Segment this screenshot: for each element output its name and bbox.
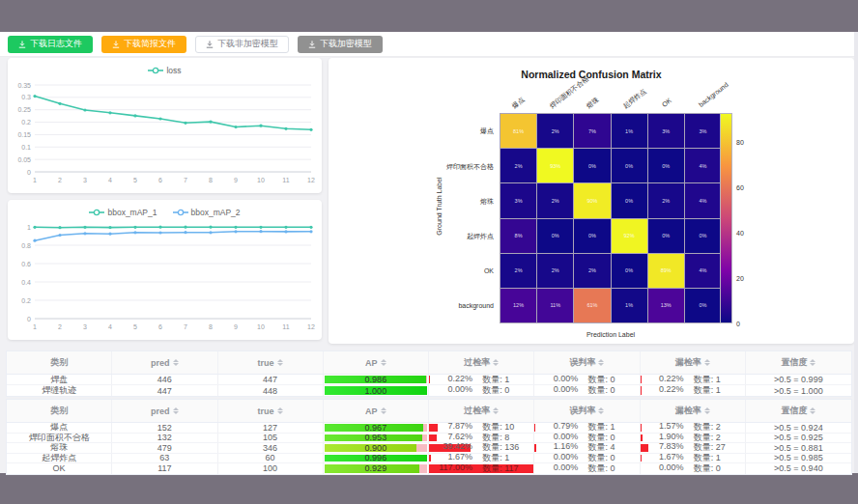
scrollbar[interactable] bbox=[854, 32, 858, 473]
column-header-7[interactable]: 置信度 bbox=[746, 400, 851, 422]
svg-text:6: 6 bbox=[158, 177, 162, 183]
matrix-col-label: background bbox=[698, 81, 729, 108]
map-line-chart: 00.20.40.60.81123456789101112 bbox=[10, 221, 320, 334]
download-report-file-button[interactable]: 下载简报文件 bbox=[101, 36, 186, 53]
table-row[interactable]: 焊印面积不合格1321050.9537.62%数量: 80.00%数量: 01.… bbox=[7, 434, 851, 444]
cell-ap: 0.900 bbox=[324, 443, 429, 453]
sort-icon[interactable] bbox=[381, 407, 386, 415]
matrix-cell: 2% bbox=[500, 149, 536, 182]
column-header-6[interactable]: 漏检率 bbox=[641, 351, 746, 374]
sort-icon[interactable] bbox=[810, 407, 815, 415]
column-header-4[interactable]: 过检率 bbox=[429, 351, 534, 374]
svg-text:0.2: 0.2 bbox=[21, 119, 31, 126]
svg-text:11: 11 bbox=[282, 323, 289, 330]
column-header-3[interactable]: AP bbox=[324, 351, 429, 374]
column-header-6[interactable]: 漏检率 bbox=[641, 400, 746, 422]
svg-text:3: 3 bbox=[83, 323, 87, 330]
sort-icon[interactable] bbox=[598, 359, 604, 367]
cell-pred: 117 bbox=[112, 463, 217, 474]
sort-icon[interactable] bbox=[173, 359, 179, 367]
download-log-file-button[interactable]: 下载日志文件 bbox=[8, 36, 93, 53]
cell-pred: 152 bbox=[112, 423, 217, 433]
matrix-cell: 61% bbox=[574, 289, 610, 322]
cell-confidence: >0.5 = 1.000 bbox=[746, 385, 851, 396]
column-header-0: 类别 bbox=[7, 351, 112, 374]
cell-miss: 0.00%数量: 0 bbox=[641, 463, 746, 474]
cell-miss: 0.22%数量: 1 bbox=[641, 375, 746, 384]
sort-icon[interactable] bbox=[704, 359, 710, 367]
main-content: 下载日志文件下载简报文件下载非加密模型下载加密模型 loss 00.050.10… bbox=[0, 32, 858, 473]
svg-text:0.2: 0.2 bbox=[21, 297, 31, 304]
legend-item-bbox_mAP_2[interactable]: bbox_mAP_2 bbox=[173, 208, 241, 217]
table-row[interactable]: 焊盘4464470.9860.22%数量: 10.00%数量: 00.22%数量… bbox=[7, 375, 851, 385]
cell-true: 346 bbox=[218, 443, 324, 453]
table-row[interactable]: 起焊炸点63600.9961.67%数量: 10.00%数量: 01.67%数量… bbox=[7, 454, 851, 464]
cell-misjudge: 0.00%数量: 0 bbox=[534, 375, 640, 384]
matrix-row-label: 焊印面积不合格 bbox=[430, 162, 494, 172]
cell-ap: 0.953 bbox=[324, 434, 429, 443]
legend-label: bbox_mAP_1 bbox=[107, 208, 157, 217]
cell-overdetect: 0.22%数量: 1 bbox=[429, 375, 534, 384]
matrix-cell: 0% bbox=[685, 289, 721, 322]
detection-table-2: 类别predtrueAP过检率误判率漏检率置信度爆点1521270.9677.8… bbox=[6, 399, 852, 475]
colorbar-tick: 60 bbox=[736, 184, 744, 191]
cell-overdetect: 1.67%数量: 1 bbox=[429, 454, 534, 463]
table-row[interactable]: 熔珠4793460.90039.42%数量: 1361.16%数量: 47.83… bbox=[7, 443, 851, 454]
sort-icon[interactable] bbox=[277, 359, 283, 367]
matrix-row-label: 熔珠 bbox=[430, 197, 494, 207]
cell-misjudge: 0.79%数量: 1 bbox=[534, 423, 640, 433]
table-row[interactable]: 焊缝轨迹4474481.0000.00%数量: 00.00%数量: 00.22%… bbox=[7, 385, 851, 396]
legend-marker-icon bbox=[173, 209, 188, 216]
column-header-0: 类别 bbox=[7, 400, 112, 422]
matrix-cell: 3% bbox=[685, 114, 721, 148]
cell-true: 448 bbox=[218, 385, 324, 396]
svg-text:7: 7 bbox=[184, 177, 187, 183]
colorbar-tick: 20 bbox=[736, 275, 744, 282]
column-header-1[interactable]: pred bbox=[112, 400, 217, 422]
column-header-1[interactable]: pred bbox=[112, 351, 217, 374]
svg-text:10: 10 bbox=[257, 177, 265, 183]
confusion-matrix-grid: 81%2%7%1%3%3%2%93%0%0%0%4%3%2%90%0%2%4%8… bbox=[500, 113, 722, 323]
table-row[interactable]: OK1171000.929117.00%数量: 1170.00%数量: 00.0… bbox=[7, 463, 851, 474]
svg-text:0: 0 bbox=[27, 169, 31, 176]
matrix-col-label: OK bbox=[660, 97, 672, 108]
download-unencrypted-model-button[interactable]: 下载非加密模型 bbox=[195, 36, 289, 53]
cell-ap: 0.986 bbox=[324, 375, 429, 384]
download-encrypted-model-button[interactable]: 下载加密模型 bbox=[298, 36, 383, 53]
column-header-2[interactable]: true bbox=[218, 351, 324, 374]
svg-text:0: 0 bbox=[27, 316, 31, 322]
cell-miss: 1.57%数量: 2 bbox=[641, 423, 746, 433]
download-icon bbox=[206, 41, 214, 48]
sort-icon[interactable] bbox=[810, 359, 815, 367]
table-row[interactable]: 爆点1521270.9677.87%数量: 100.79%数量: 11.57%数… bbox=[7, 423, 851, 434]
matrix-cell: 1% bbox=[612, 114, 647, 148]
svg-text:4: 4 bbox=[108, 177, 112, 183]
legend-item-bbox_mAP_1[interactable]: bbox_mAP_1 bbox=[89, 208, 157, 217]
sort-icon[interactable] bbox=[704, 407, 710, 415]
sort-icon[interactable] bbox=[277, 407, 283, 415]
sort-icon[interactable] bbox=[598, 407, 604, 415]
cell-true: 100 bbox=[218, 463, 324, 474]
matrix-cell: 89% bbox=[648, 254, 684, 288]
column-header-5[interactable]: 误判率 bbox=[534, 351, 640, 374]
matrix-cell: 2% bbox=[537, 183, 573, 217]
column-header-4[interactable]: 过检率 bbox=[429, 400, 534, 422]
cell-overdetect: 117.00%数量: 117 bbox=[429, 463, 534, 474]
sort-icon[interactable] bbox=[493, 359, 499, 367]
cell-class: 爆点 bbox=[7, 423, 112, 433]
legend-item-loss[interactable]: loss bbox=[148, 66, 181, 75]
sort-icon[interactable] bbox=[173, 407, 179, 415]
matrix-cell: 4% bbox=[685, 183, 721, 217]
matrix-col-label: 起焊炸点 bbox=[621, 87, 648, 111]
column-header-5[interactable]: 误判率 bbox=[534, 400, 640, 422]
column-header-3[interactable]: AP bbox=[324, 400, 429, 422]
column-header-7[interactable]: 置信度 bbox=[746, 351, 851, 374]
sort-icon[interactable] bbox=[493, 407, 499, 415]
matrix-cell: 4% bbox=[685, 254, 721, 288]
matrix-cell: 13% bbox=[648, 289, 684, 322]
sort-icon[interactable] bbox=[381, 359, 386, 367]
svg-text:0.25: 0.25 bbox=[17, 106, 31, 113]
svg-text:0.4: 0.4 bbox=[21, 279, 31, 286]
column-header-2[interactable]: true bbox=[218, 400, 324, 422]
colorbar bbox=[720, 113, 732, 323]
